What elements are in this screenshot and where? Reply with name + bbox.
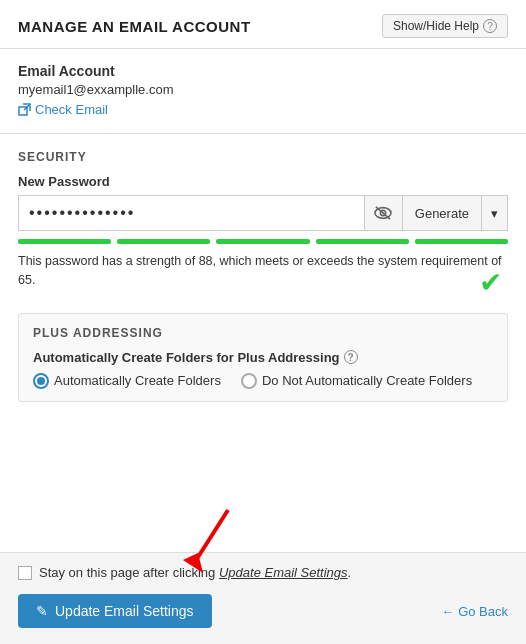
generate-btn-wrapper: Generate ▾ <box>402 195 508 231</box>
help-circle-icon: ? <box>483 19 497 33</box>
go-back-arrow-icon: ← <box>441 604 454 619</box>
password-strength-bars <box>18 239 508 244</box>
plus-addressing-help-icon[interactable]: ? <box>344 350 358 364</box>
radio-circle-auto-create <box>33 373 49 389</box>
strength-text-container: This password has a strength of 88, whic… <box>18 252 508 290</box>
email-account-section: Email Account myemail1@exxamplle.com Che… <box>0 49 526 127</box>
generate-button[interactable]: Generate <box>402 195 482 231</box>
strength-bar-1 <box>18 239 111 244</box>
stay-on-page-link-text: Update Email Settings <box>219 565 348 580</box>
radio-group-plus-addressing: Automatically Create Folders Do Not Auto… <box>33 373 493 389</box>
show-hide-help-button[interactable]: Show/Hide Help ? <box>382 14 508 38</box>
strength-bar-3 <box>216 239 309 244</box>
password-strength-text: This password has a strength of 88, whic… <box>18 252 508 290</box>
eye-slash-icon <box>373 205 393 221</box>
strength-bar-2 <box>117 239 210 244</box>
header: MANAGE AN EMAIL ACCOUNT Show/Hide Help ? <box>0 0 526 49</box>
security-section-title: SECURITY <box>18 150 508 164</box>
radio-label-do-not-create: Do Not Automatically Create Folders <box>262 373 472 388</box>
svg-line-5 <box>193 510 228 565</box>
radio-circle-do-not-create <box>241 373 257 389</box>
go-back-label: Go Back <box>458 604 508 619</box>
section-divider-1 <box>0 133 526 134</box>
email-account-label: Email Account <box>18 63 508 79</box>
check-email-link[interactable]: Check Email <box>18 102 108 117</box>
check-email-label: Check Email <box>35 102 108 117</box>
page-title: MANAGE AN EMAIL ACCOUNT <box>18 18 251 35</box>
pencil-icon: ✎ <box>36 603 48 619</box>
page-wrapper: MANAGE AN EMAIL ACCOUNT Show/Hide Help ?… <box>0 0 526 644</box>
password-input[interactable] <box>18 195 364 231</box>
password-row: Generate ▾ <box>18 195 508 231</box>
radio-label-auto-create: Automatically Create Folders <box>54 373 221 388</box>
plus-addressing-section: PLUS ADDRESSING Automatically Create Fol… <box>18 313 508 402</box>
password-field-label: New Password <box>18 174 508 189</box>
strength-bar-4 <box>316 239 409 244</box>
strength-bar-5 <box>415 239 508 244</box>
generate-dropdown-button[interactable]: ▾ <box>482 195 508 231</box>
plus-addressing-title: PLUS ADDRESSING <box>33 326 493 340</box>
toggle-password-visibility-button[interactable] <box>364 195 402 231</box>
radio-option-auto-create[interactable]: Automatically Create Folders <box>33 373 221 389</box>
go-back-link[interactable]: ← Go Back <box>441 604 508 619</box>
dropdown-chevron-icon: ▾ <box>491 206 498 221</box>
stay-on-page-checkbox[interactable] <box>18 566 32 580</box>
update-btn-label: Update Email Settings <box>55 603 194 619</box>
email-address-value: myemail1@exxamplle.com <box>18 82 508 97</box>
stay-on-page-row: Stay on this page after clicking Update … <box>18 565 508 580</box>
footer-buttons: ✎ Update Email Settings ← Go Back <box>18 594 508 628</box>
stay-on-page-label: Stay on this page after clicking Update … <box>39 565 351 580</box>
footer-section: Stay on this page after clicking Update … <box>0 552 526 644</box>
security-section: SECURITY New Password Generate ▾ <box>0 140 526 309</box>
update-email-settings-button[interactable]: ✎ Update Email Settings <box>18 594 212 628</box>
radio-option-do-not-create[interactable]: Do Not Automatically Create Folders <box>241 373 472 389</box>
radio-dot-auto-create <box>37 377 45 385</box>
plus-addressing-field-label: Automatically Create Folders for Plus Ad… <box>33 350 493 365</box>
show-hide-label: Show/Hide Help <box>393 19 479 33</box>
spacer <box>0 406 526 416</box>
external-link-icon <box>18 103 31 116</box>
